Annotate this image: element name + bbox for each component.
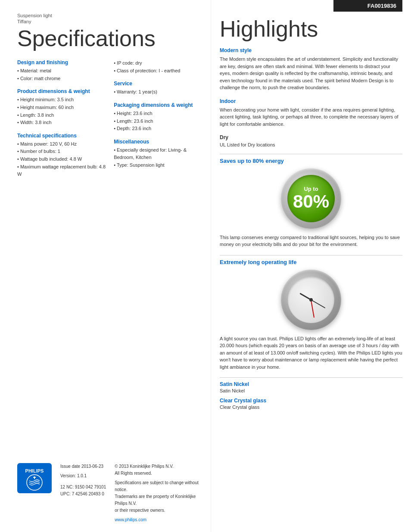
website: www.philips.com [115,516,202,523]
crystal-glass-section: Clear Crystal glass Clear Crystal glass [220,398,402,410]
left-footer: PHILIPS Issue date [0,463,211,523]
product-type: Suspension light [17,13,202,18]
upc: UPC: 7 42546 20493 0 [60,491,106,498]
disclaimer: Specifications are subject to change wit… [115,479,202,493]
page-title: Specifications [17,26,202,51]
dimensions-section: Product dimensions & weight Height minim… [17,88,109,126]
list-item: Maximum wattage replacement bulb: 4.8 W [17,163,109,178]
saves-energy-section: Saves up to 80% energy Up to 80% This la… [220,158,402,248]
list-item: Depth: 23.6 inch [114,125,202,133]
energy-percent: 80% [293,193,329,211]
list-item: Especially designed for: Living- & Bedro… [114,146,202,162]
service-section: Service Warranty: 1 year(s) [114,81,202,96]
page: Suspension light Tiffany Specifications … [0,0,411,532]
footer-copy: © 2013 Koninklijke Philips N.V. All Righ… [115,463,202,523]
crystal-glass-text: Clear Crystal glass [220,404,402,410]
product-id: FA0019836 [333,0,402,12]
separator [220,154,402,154]
modern-style-title: Modern style [220,47,402,53]
version: Version: 1.0.1 [60,473,106,479]
left-column: Suspension light Tiffany Specifications … [0,0,211,532]
product-name: Tiffany [17,19,202,24]
modern-style-text: The Modern style encapsulates the art of… [220,56,402,91]
list-item: IP code: dry [114,59,202,67]
packaging-list: Height: 23.6 inch Length: 23.6 inch Dept… [114,110,202,133]
technical-section: Technical specifications Mains power: 12… [17,133,109,178]
misc-section: Miscellaneous Especially designed for: L… [114,139,202,169]
indoor-section: Indoor When decorating your home with li… [220,98,402,128]
energy-badge-container: Up to 80% [220,168,402,229]
svg-text:PHILIPS: PHILIPS [25,468,44,473]
list-item: Class of protection: I - earthed [114,67,202,75]
satin-nickel-text: Satin Nickel [220,388,402,393]
dry-text: UL Listed for Dry locations [220,141,402,149]
misc-title: Miscellaneous [114,139,202,145]
philips-logo: PHILIPS [17,463,52,493]
separator-3 [220,377,402,378]
list-item: Height: 23.6 inch [114,110,202,118]
saves-energy-text: This lamp conserves energy compared to t… [220,234,402,248]
design-title: Design and finishing [17,59,109,65]
packaging-title: Packaging dimensions & weight [114,102,202,108]
highlights-title: Highlights [220,17,402,41]
list-item: Material: metal [17,67,109,75]
service-list: Warranty: 1 year(s) [114,88,202,96]
long-life-section: Extremely long operating life A light so… [220,259,402,371]
packaging-section: Packaging dimensions & weight Height: 23… [114,102,202,133]
list-item: Mains power: 120 V, 60 Hz [17,140,109,148]
list-item: Type: Suspension light [114,162,202,169]
misc-list: Especially designed for: Living- & Bedro… [114,146,202,169]
list-item: Height minimum: 3.5 inch [17,96,109,104]
modern-style-section: Modern style The Modern style encapsulat… [220,47,402,91]
technical-title: Technical specifications [17,133,109,139]
clock-badge-container [220,270,402,330]
satin-nickel-title: Satin Nickel [220,381,402,387]
ip-list: IP code: dry Class of protection: I - ea… [114,59,202,75]
indoor-text: When decorating your home with light, co… [220,106,402,128]
clock-hand-second [311,300,314,318]
list-item: Length: 23.6 inch [114,118,202,125]
clock-badge [281,270,341,330]
specs-col-left: Design and finishing Material: metal Col… [17,59,114,184]
list-item: Number of bulbs: 1 [17,148,109,156]
list-item: Width: 3.8 inch [17,119,109,127]
design-section: Design and finishing Material: metal Col… [17,59,109,82]
design-list: Material: metal Color: matt chrome [17,67,109,82]
list-item: Height maximum: 60 inch [17,104,109,112]
clock-face [288,277,334,323]
energy-badge: Up to 80% [281,168,341,229]
issue-date: Issue date 2013-06-23 [60,463,106,470]
ip-section: IP code: dry Class of protection: I - ea… [114,59,202,75]
nc: 12 NC: 9150 042 79101 [60,484,106,491]
copyright: © 2013 Koninklijke Philips N.V. [115,463,202,470]
rights: All Rights reserved. [115,470,202,477]
footer-info: Issue date 2013-06-23 Version: 1.0.1 12 … [60,463,106,498]
technical-list: Mains power: 120 V, 60 Hz Number of bulb… [17,140,109,178]
trademark2: or their respective owners. [115,507,202,514]
satin-nickel-section: Satin Nickel Satin Nickel [220,381,402,393]
specs-two-col: Design and finishing Material: metal Col… [17,59,202,184]
dry-title: Dry [220,134,402,140]
long-life-text: A light source you can trust. Philips LE… [220,335,402,371]
long-life-title: Extremely long operating life [220,259,402,265]
dimensions-title: Product dimensions & weight [17,88,109,94]
right-column: FA0019836 Highlights Modern style The Mo… [211,0,411,532]
dry-section: Dry UL Listed for Dry locations [220,134,402,149]
list-item: Warranty: 1 year(s) [114,88,202,96]
clock-hand-minute [311,299,326,308]
trademark: Trademarks are the property of Koninklij… [115,493,202,507]
service-title: Service [114,81,202,87]
specs-col-right: IP code: dry Class of protection: I - ea… [114,59,202,184]
list-item: Length: 3.8 inch [17,112,109,119]
clock-center [309,298,313,302]
list-item: Wattage bulb included: 4.8 W [17,156,109,163]
separator-2 [220,255,402,255]
crystal-glass-title: Clear Crystal glass [220,398,402,404]
list-item: Color: matt chrome [17,75,109,83]
dimensions-list: Height minimum: 3.5 inch Height maximum:… [17,96,109,126]
energy-badge-inner: Up to 80% [287,175,335,222]
saves-energy-title: Saves up to 80% energy [220,158,402,164]
indoor-title: Indoor [220,98,402,104]
